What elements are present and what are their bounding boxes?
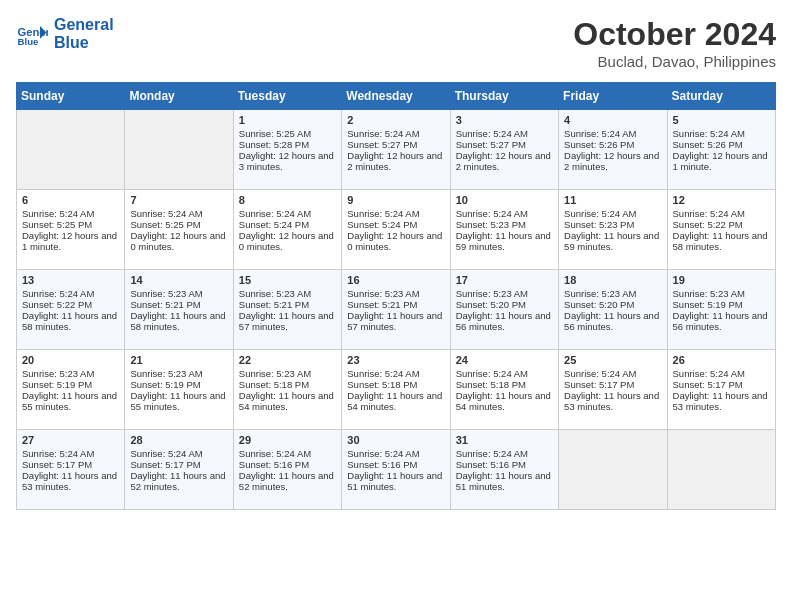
- dow-header-sunday: Sunday: [17, 83, 125, 110]
- calendar-cell: 1Sunrise: 5:25 AMSunset: 5:28 PMDaylight…: [233, 110, 341, 190]
- calendar-cell: 18Sunrise: 5:23 AMSunset: 5:20 PMDayligh…: [559, 270, 667, 350]
- calendar-cell: 10Sunrise: 5:24 AMSunset: 5:23 PMDayligh…: [450, 190, 558, 270]
- cell-info: Sunrise: 5:23 AMSunset: 5:19 PMDaylight:…: [673, 288, 768, 332]
- cell-info: Sunrise: 5:24 AMSunset: 5:17 PMDaylight:…: [130, 448, 225, 492]
- day-number: 23: [347, 354, 444, 366]
- cell-info: Sunrise: 5:24 AMSunset: 5:24 PMDaylight:…: [239, 208, 334, 252]
- cell-info: Sunrise: 5:24 AMSunset: 5:17 PMDaylight:…: [673, 368, 768, 412]
- day-number: 15: [239, 274, 336, 286]
- cell-info: Sunrise: 5:24 AMSunset: 5:27 PMDaylight:…: [456, 128, 551, 172]
- cell-info: Sunrise: 5:24 AMSunset: 5:18 PMDaylight:…: [347, 368, 442, 412]
- logo-line2: Blue: [54, 34, 114, 52]
- calendar-cell: 7Sunrise: 5:24 AMSunset: 5:25 PMDaylight…: [125, 190, 233, 270]
- day-number: 21: [130, 354, 227, 366]
- page-header: General Blue General Blue October 2024 B…: [16, 16, 776, 70]
- calendar-cell: 3Sunrise: 5:24 AMSunset: 5:27 PMDaylight…: [450, 110, 558, 190]
- calendar-cell: 9Sunrise: 5:24 AMSunset: 5:24 PMDaylight…: [342, 190, 450, 270]
- cell-info: Sunrise: 5:23 AMSunset: 5:18 PMDaylight:…: [239, 368, 334, 412]
- svg-text:Blue: Blue: [18, 36, 39, 47]
- calendar-cell: 23Sunrise: 5:24 AMSunset: 5:18 PMDayligh…: [342, 350, 450, 430]
- cell-info: Sunrise: 5:23 AMSunset: 5:19 PMDaylight:…: [130, 368, 225, 412]
- cell-info: Sunrise: 5:24 AMSunset: 5:26 PMDaylight:…: [564, 128, 659, 172]
- cell-info: Sunrise: 5:24 AMSunset: 5:27 PMDaylight:…: [347, 128, 442, 172]
- cell-info: Sunrise: 5:23 AMSunset: 5:20 PMDaylight:…: [564, 288, 659, 332]
- cell-info: Sunrise: 5:24 AMSunset: 5:17 PMDaylight:…: [564, 368, 659, 412]
- dow-header-friday: Friday: [559, 83, 667, 110]
- calendar-cell: 26Sunrise: 5:24 AMSunset: 5:17 PMDayligh…: [667, 350, 775, 430]
- calendar-cell: 28Sunrise: 5:24 AMSunset: 5:17 PMDayligh…: [125, 430, 233, 510]
- day-number: 20: [22, 354, 119, 366]
- day-number: 24: [456, 354, 553, 366]
- dow-header-monday: Monday: [125, 83, 233, 110]
- cell-info: Sunrise: 5:24 AMSunset: 5:22 PMDaylight:…: [673, 208, 768, 252]
- calendar-cell: 27Sunrise: 5:24 AMSunset: 5:17 PMDayligh…: [17, 430, 125, 510]
- day-number: 5: [673, 114, 770, 126]
- calendar-cell: 21Sunrise: 5:23 AMSunset: 5:19 PMDayligh…: [125, 350, 233, 430]
- dow-header-thursday: Thursday: [450, 83, 558, 110]
- day-number: 9: [347, 194, 444, 206]
- calendar-table: SundayMondayTuesdayWednesdayThursdayFrid…: [16, 82, 776, 510]
- cell-info: Sunrise: 5:24 AMSunset: 5:23 PMDaylight:…: [456, 208, 551, 252]
- calendar-cell: 16Sunrise: 5:23 AMSunset: 5:21 PMDayligh…: [342, 270, 450, 350]
- cell-info: Sunrise: 5:24 AMSunset: 5:25 PMDaylight:…: [130, 208, 225, 252]
- calendar-cell: [17, 110, 125, 190]
- cell-info: Sunrise: 5:23 AMSunset: 5:21 PMDaylight:…: [239, 288, 334, 332]
- cell-info: Sunrise: 5:24 AMSunset: 5:16 PMDaylight:…: [347, 448, 442, 492]
- dow-header-wednesday: Wednesday: [342, 83, 450, 110]
- cell-info: Sunrise: 5:24 AMSunset: 5:16 PMDaylight:…: [239, 448, 334, 492]
- day-number: 10: [456, 194, 553, 206]
- day-number: 7: [130, 194, 227, 206]
- day-number: 22: [239, 354, 336, 366]
- day-number: 19: [673, 274, 770, 286]
- day-number: 8: [239, 194, 336, 206]
- day-number: 25: [564, 354, 661, 366]
- cell-info: Sunrise: 5:23 AMSunset: 5:19 PMDaylight:…: [22, 368, 117, 412]
- logo-icon: General Blue: [16, 18, 48, 50]
- cell-info: Sunrise: 5:24 AMSunset: 5:17 PMDaylight:…: [22, 448, 117, 492]
- cell-info: Sunrise: 5:24 AMSunset: 5:25 PMDaylight:…: [22, 208, 117, 252]
- logo: General Blue General Blue: [16, 16, 114, 51]
- dow-header-tuesday: Tuesday: [233, 83, 341, 110]
- calendar-week-2: 6Sunrise: 5:24 AMSunset: 5:25 PMDaylight…: [17, 190, 776, 270]
- dow-header-saturday: Saturday: [667, 83, 775, 110]
- day-number: 12: [673, 194, 770, 206]
- calendar-cell: 8Sunrise: 5:24 AMSunset: 5:24 PMDaylight…: [233, 190, 341, 270]
- calendar-cell: [667, 430, 775, 510]
- day-number: 4: [564, 114, 661, 126]
- day-number: 16: [347, 274, 444, 286]
- day-number: 3: [456, 114, 553, 126]
- calendar-cell: 24Sunrise: 5:24 AMSunset: 5:18 PMDayligh…: [450, 350, 558, 430]
- calendar-cell: 12Sunrise: 5:24 AMSunset: 5:22 PMDayligh…: [667, 190, 775, 270]
- day-number: 18: [564, 274, 661, 286]
- day-number: 1: [239, 114, 336, 126]
- day-number: 29: [239, 434, 336, 446]
- day-number: 26: [673, 354, 770, 366]
- calendar-cell: 19Sunrise: 5:23 AMSunset: 5:19 PMDayligh…: [667, 270, 775, 350]
- calendar-cell: 30Sunrise: 5:24 AMSunset: 5:16 PMDayligh…: [342, 430, 450, 510]
- day-number: 13: [22, 274, 119, 286]
- cell-info: Sunrise: 5:23 AMSunset: 5:21 PMDaylight:…: [347, 288, 442, 332]
- day-number: 27: [22, 434, 119, 446]
- cell-info: Sunrise: 5:24 AMSunset: 5:16 PMDaylight:…: [456, 448, 551, 492]
- day-number: 14: [130, 274, 227, 286]
- day-of-week-header-row: SundayMondayTuesdayWednesdayThursdayFrid…: [17, 83, 776, 110]
- calendar-cell: 13Sunrise: 5:24 AMSunset: 5:22 PMDayligh…: [17, 270, 125, 350]
- calendar-week-3: 13Sunrise: 5:24 AMSunset: 5:22 PMDayligh…: [17, 270, 776, 350]
- calendar-cell: 14Sunrise: 5:23 AMSunset: 5:21 PMDayligh…: [125, 270, 233, 350]
- cell-info: Sunrise: 5:24 AMSunset: 5:22 PMDaylight:…: [22, 288, 117, 332]
- location-subtitle: Buclad, Davao, Philippines: [573, 53, 776, 70]
- calendar-week-1: 1Sunrise: 5:25 AMSunset: 5:28 PMDaylight…: [17, 110, 776, 190]
- calendar-cell: 15Sunrise: 5:23 AMSunset: 5:21 PMDayligh…: [233, 270, 341, 350]
- day-number: 28: [130, 434, 227, 446]
- calendar-week-4: 20Sunrise: 5:23 AMSunset: 5:19 PMDayligh…: [17, 350, 776, 430]
- calendar-cell: 2Sunrise: 5:24 AMSunset: 5:27 PMDaylight…: [342, 110, 450, 190]
- calendar-cell: 31Sunrise: 5:24 AMSunset: 5:16 PMDayligh…: [450, 430, 558, 510]
- day-number: 30: [347, 434, 444, 446]
- calendar-cell: [125, 110, 233, 190]
- calendar-cell: 29Sunrise: 5:24 AMSunset: 5:16 PMDayligh…: [233, 430, 341, 510]
- calendar-cell: 25Sunrise: 5:24 AMSunset: 5:17 PMDayligh…: [559, 350, 667, 430]
- calendar-cell: 6Sunrise: 5:24 AMSunset: 5:25 PMDaylight…: [17, 190, 125, 270]
- cell-info: Sunrise: 5:25 AMSunset: 5:28 PMDaylight:…: [239, 128, 334, 172]
- cell-info: Sunrise: 5:24 AMSunset: 5:26 PMDaylight:…: [673, 128, 768, 172]
- day-number: 17: [456, 274, 553, 286]
